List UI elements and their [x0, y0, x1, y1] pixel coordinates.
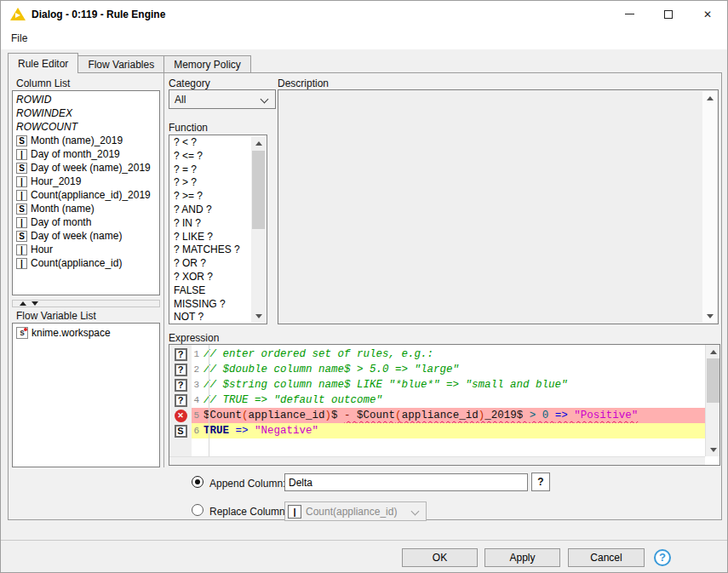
scroll-up-icon [707, 96, 714, 100]
line-icon-cell: ? [169, 377, 192, 393]
column-list-item[interactable]: SDay of week (name)_2019 [13, 161, 159, 175]
menu-bar: File [1, 27, 727, 49]
code-line[interactable]: ? 2// $double column name$ > 5.0 => "lar… [169, 362, 705, 377]
code-line-current[interactable]: S 6TRUE => "Negative" [169, 423, 705, 438]
append-column-radio[interactable] [192, 476, 203, 488]
column-list-item[interactable]: |Day of month [13, 215, 159, 229]
ok-button[interactable]: OK [402, 548, 478, 567]
code-token: _2019$ [484, 410, 530, 421]
help-button[interactable]: ? [651, 547, 674, 568]
scroll-down-button[interactable] [706, 443, 720, 456]
function-item[interactable]: ? IN ? [170, 217, 251, 231]
code-token: $ [331, 410, 344, 421]
column-list-item[interactable]: SDay of week (name) [13, 229, 159, 243]
code-token: appliance_id [249, 410, 325, 421]
scroll-up-button[interactable] [702, 91, 717, 105]
rule-comment-icon: ? [175, 348, 187, 361]
description-scrollbar[interactable] [702, 91, 717, 323]
expression-label: Expression [169, 332, 219, 344]
append-column-label: Append Column: [209, 478, 285, 490]
splitter-up-icon[interactable] [20, 301, 26, 306]
code-line-error[interactable]: ✕ 5$Count(appliance_id)$ - $Count(applia… [169, 408, 705, 423]
function-scrollbar[interactable] [251, 136, 266, 323]
column-list-item[interactable]: |Count(appliance_id)_2019 [13, 188, 159, 202]
function-item[interactable]: ? LIKE ? [170, 231, 251, 244]
field-help-button[interactable]: ? [531, 473, 550, 491]
editor-gutter-separator [209, 345, 209, 456]
tab-rule-editor[interactable]: Rule Editor [8, 53, 78, 73]
function-item[interactable]: ? >= ? [170, 190, 251, 203]
red-dot-icon [24, 328, 27, 331]
function-item[interactable]: ? < ? [170, 136, 251, 150]
expression-hscrollbar[interactable] [169, 456, 705, 465]
function-item[interactable]: ? = ? [170, 163, 251, 177]
function-item[interactable]: FALSE [170, 284, 251, 298]
column-list-item[interactable]: |Hour [13, 243, 159, 256]
int-type-icon: | [288, 505, 301, 519]
code-line[interactable]: ? 1// enter ordered set of rules, e.g.: [169, 347, 705, 362]
flow-variable-list[interactable]: s knime.workspace [12, 323, 160, 467]
replace-column-radio[interactable] [192, 504, 203, 516]
cancel-button[interactable]: Cancel [568, 548, 645, 567]
paren-token: ( [395, 410, 402, 421]
column-list-item[interactable]: SMonth (name)_2019 [13, 134, 159, 147]
description-box[interactable] [278, 89, 719, 324]
function-list[interactable]: ? < ? ? <= ? ? = ? ? > ? ? >= ? ? AND ? … [169, 135, 267, 324]
scrollbar-thumb[interactable] [252, 151, 265, 229]
line-icon-cell: ? [169, 393, 192, 408]
column-list-item[interactable]: |Day of month_2019 [13, 147, 159, 161]
code-line[interactable]: ? 4// TRUE => "default outcome" [169, 393, 705, 408]
tab-memory-policy[interactable]: Memory Policy [163, 55, 251, 73]
scroll-down-button[interactable] [251, 309, 266, 323]
line-number: 3 [192, 380, 203, 390]
function-item[interactable]: ? XOR ? [170, 271, 251, 284]
tab-flow-variables[interactable]: Flow Variables [77, 55, 164, 73]
menu-file[interactable]: File [6, 30, 32, 47]
column-list-item[interactable]: |Count(appliance_id) [13, 256, 159, 270]
close-button[interactable]: ✕ [688, 1, 727, 27]
string-token: "Positive" [574, 410, 638, 421]
column-list-item[interactable]: SMonth (name) [13, 202, 159, 215]
append-column-input[interactable] [284, 473, 528, 491]
arrow-token: => [555, 410, 575, 421]
flow-variable-item[interactable]: s knime.workspace [13, 326, 159, 340]
string-result-icon: S [175, 425, 187, 438]
expression-vscrollbar[interactable] [705, 345, 719, 456]
code-line[interactable]: ? 3// $string column name$ LIKE "*blue*"… [169, 377, 705, 393]
column-name: Hour_2019 [31, 175, 81, 187]
column-list-item[interactable]: ROWINDEX [13, 106, 159, 120]
int-type-icon: | [16, 244, 27, 255]
function-item[interactable]: NOT ? [170, 311, 251, 323]
category-dropdown[interactable]: All [169, 89, 276, 109]
scroll-up-button[interactable] [251, 136, 266, 150]
splitter-down-icon[interactable] [32, 301, 38, 306]
scrollbar-thumb[interactable] [707, 358, 719, 403]
function-item[interactable]: ? MATCHES ? [170, 244, 251, 257]
column-name: Day of week (name) [31, 230, 122, 242]
apply-button[interactable]: Apply [484, 548, 560, 567]
int-type-icon: | [16, 217, 27, 228]
column-name: Day of month [31, 216, 91, 228]
function-item[interactable]: ? AND ? [170, 203, 251, 217]
function-item[interactable]: ? <= ? [170, 150, 251, 163]
column-name: Count(appliance_id)_2019 [31, 189, 151, 201]
rule-comment-icon: ? [175, 379, 187, 392]
function-item[interactable]: MISSING ? [170, 298, 251, 312]
maximize-button[interactable] [649, 1, 688, 27]
column-list-item[interactable]: ROWCOUNT [13, 120, 159, 134]
maximize-icon [664, 10, 673, 19]
expression-editor[interactable]: ? 1// enter ordered set of rules, e.g.: … [169, 344, 720, 466]
function-item[interactable]: ? OR ? [170, 257, 251, 271]
list-splitter[interactable] [12, 300, 160, 307]
editor-lines[interactable]: ? 1// enter ordered set of rules, e.g.: … [169, 345, 705, 456]
column-list-item[interactable]: ROWID [13, 93, 159, 106]
column-list[interactable]: ROWID ROWINDEX ROWCOUNT SMonth (name)_20… [12, 90, 160, 295]
scroll-down-button[interactable] [702, 309, 717, 323]
warning-arrow-shape [15, 13, 20, 18]
function-item[interactable]: ? > ? [170, 176, 251, 190]
column-list-label: Column List [16, 77, 70, 89]
category-selected-value: All [175, 94, 186, 106]
column-list-item[interactable]: |Hour_2019 [13, 175, 159, 188]
minimize-button[interactable] [610, 1, 649, 27]
scroll-up-button[interactable] [706, 345, 720, 358]
